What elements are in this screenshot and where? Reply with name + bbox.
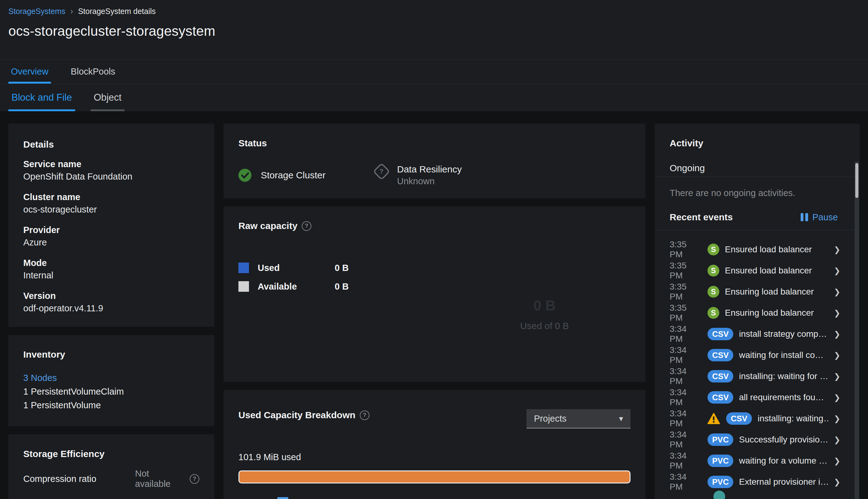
event-row[interactable]: 3:34 PM PVC waiting for a volume … ❯ bbox=[655, 450, 860, 471]
detail-label: Service name bbox=[23, 158, 199, 170]
event-source-badge: S bbox=[707, 286, 719, 298]
page-header: StorageSystems › StorageSystem details o… bbox=[0, 0, 868, 60]
efficiency-help-icon[interactable]: ? bbox=[190, 474, 199, 484]
chevron-right-icon[interactable]: ❯ bbox=[834, 351, 840, 360]
chevron-right-icon[interactable]: ❯ bbox=[834, 457, 840, 465]
breakdown-scope-dropdown[interactable]: Projects ▾ bbox=[527, 409, 630, 428]
event-row[interactable]: 3:34 PM PVC External provisioner i… ❯ bbox=[655, 471, 860, 492]
detail-value[interactable]: OpenShift Data Foundation bbox=[23, 170, 199, 183]
event-row[interactable]: 3:35 PM S Ensured load balancer ❯ bbox=[655, 260, 860, 281]
tab-block-and-file[interactable]: Block and File bbox=[8, 84, 75, 111]
legend-row-used: Used 0 B bbox=[238, 261, 630, 275]
chevron-right-icon[interactable]: ❯ bbox=[834, 266, 840, 275]
event-source-badge: PVC bbox=[707, 454, 733, 467]
event-time: 3:35 PM bbox=[670, 303, 702, 323]
inventory-item: 1 PersistentVolume bbox=[23, 398, 199, 412]
raw-capacity-help-icon[interactable]: ? bbox=[302, 221, 311, 231]
chevron-right-icon[interactable]: ❯ bbox=[834, 245, 840, 254]
efficiency-row: Compression ratio Not available ? bbox=[23, 468, 199, 489]
data-resiliency-value: Unknown bbox=[397, 175, 462, 187]
event-message: waiting for a volume … bbox=[739, 456, 828, 466]
details-card: Details Service name OpenShift Data Foun… bbox=[8, 124, 214, 327]
event-row[interactable]: 3:34 PM CSV installing: waiting… ❯ bbox=[655, 408, 860, 429]
event-row[interactable]: 3:34 PM CSV installing: waiting for … ❯ bbox=[655, 366, 860, 387]
event-row[interactable]: 3:34 PM CSV waiting for install co… ❯ bbox=[655, 344, 860, 366]
chevron-right-icon[interactable]: ❯ bbox=[834, 477, 840, 487]
detail-value: Azure bbox=[23, 236, 199, 248]
event-row[interactable]: 3:35 PM S Ensuring load balancer ❯ bbox=[655, 302, 860, 324]
secondary-tab-bar: Block and File Object bbox=[0, 84, 868, 111]
breakdown-help-icon[interactable]: ? bbox=[360, 411, 369, 420]
ongoing-empty-message: There are no ongoing activities. bbox=[655, 177, 860, 198]
storage-efficiency-card-title: Storage Efficiency bbox=[23, 449, 199, 459]
events-scrollbar-track[interactable] bbox=[855, 161, 859, 499]
used-capacity-breakdown-card: Used Capacity Breakdown ? Projects ▾ 101… bbox=[224, 390, 645, 499]
legend-row-available: Available 0 B bbox=[238, 280, 630, 293]
event-row[interactable]: 3:34 PM PVC Successfully provisio… ❯ bbox=[655, 429, 860, 450]
efficiency-label: Compression ratio bbox=[23, 474, 135, 484]
chevron-right-icon[interactable]: ❯ bbox=[834, 308, 840, 318]
event-row[interactable]: 3:35 PM S Ensuring load balancer ❯ bbox=[655, 281, 860, 302]
event-message: Ensuring load balancer bbox=[725, 308, 828, 318]
activity-card: Activity Ongoing There are no ongoing ac… bbox=[655, 124, 860, 499]
detail-field: Provider Azure bbox=[23, 224, 199, 248]
check-circle-icon bbox=[238, 169, 251, 182]
warning-icon bbox=[707, 413, 720, 424]
detail-field: Cluster name ocs-storagecluster bbox=[23, 191, 199, 216]
left-column: Details Service name OpenShift Data Foun… bbox=[8, 124, 214, 499]
data-resiliency-label: Data Resiliency bbox=[397, 163, 462, 175]
status-row: Storage Cluster ? Data Resiliency Unknow… bbox=[238, 163, 630, 187]
event-list: 3:35 PM S Ensured load balancer ❯ 3:35 P… bbox=[655, 230, 860, 492]
chevron-right-icon[interactable]: ❯ bbox=[834, 414, 840, 423]
donut-center-value: 0 B bbox=[533, 297, 556, 314]
event-time: 3:34 PM bbox=[670, 366, 702, 386]
breadcrumb-link-storagesystems[interactable]: StorageSystems bbox=[8, 7, 65, 16]
event-message: install strategy comp… bbox=[739, 329, 828, 339]
page-title: ocs-storagecluster-storagesystem bbox=[8, 23, 868, 39]
data-resiliency-text: Data Resiliency Unknown bbox=[397, 163, 462, 187]
chevron-right-icon[interactable]: ❯ bbox=[834, 330, 840, 339]
used-value: 0 B bbox=[335, 263, 630, 273]
tab-overview[interactable]: Overview bbox=[8, 60, 51, 84]
event-source-badge: CSV bbox=[707, 349, 733, 361]
events-scrollbar-thumb[interactable] bbox=[855, 163, 858, 198]
event-message: Ensured load balancer bbox=[725, 266, 828, 276]
event-row[interactable]: 3:34 PM CSV all requirements fou… ❯ bbox=[655, 387, 860, 408]
tab-blockpools[interactable]: BlockPools bbox=[68, 60, 118, 84]
chevron-right-icon[interactable]: ❯ bbox=[834, 393, 840, 402]
inventory-list: 3 Nodes 1 PersistentVolumeClaim 1 Persis… bbox=[23, 371, 199, 412]
event-source-badge: CSV bbox=[707, 328, 733, 340]
breakdown-used-label: 101.9 MiB used bbox=[238, 452, 630, 462]
detail-label: Version bbox=[23, 290, 199, 302]
event-time: 3:34 PM bbox=[670, 409, 702, 428]
detail-label: Mode bbox=[23, 257, 199, 269]
pause-events-button[interactable]: Pause bbox=[801, 212, 838, 222]
tab-object[interactable]: Object bbox=[91, 84, 125, 111]
event-message: waiting for install co… bbox=[739, 350, 828, 360]
event-message: Ensured load balancer bbox=[725, 244, 828, 255]
caret-down-icon: ▾ bbox=[619, 414, 623, 424]
raw-capacity-title-row: Raw capacity ? bbox=[238, 221, 630, 231]
event-row[interactable]: 3:35 PM S Ensured load balancer ❯ bbox=[655, 239, 860, 260]
inventory-item[interactable]: 3 Nodes bbox=[23, 371, 199, 385]
breadcrumb-current: StorageSystem details bbox=[78, 7, 155, 16]
detail-label: Provider bbox=[23, 224, 199, 236]
details-field-list: Service name OpenShift Data Foundation C… bbox=[23, 158, 199, 314]
chevron-right-icon[interactable]: ❯ bbox=[834, 288, 840, 296]
breadcrumb-separator-icon: › bbox=[70, 7, 73, 15]
detail-value: Internal bbox=[23, 269, 199, 281]
recent-events-title: Recent events bbox=[670, 212, 733, 222]
event-row[interactable]: 3:34 PM CSV install strategy comp… ❯ bbox=[655, 324, 860, 344]
middle-column: Status Storage Cluster ? Data Resiliency bbox=[224, 124, 645, 499]
breakdown-title-left: Used Capacity Breakdown ? bbox=[238, 410, 369, 421]
chevron-right-icon[interactable]: ❯ bbox=[834, 435, 840, 444]
efficiency-value: Not available bbox=[135, 468, 185, 489]
chevron-right-icon[interactable]: ❯ bbox=[834, 372, 840, 381]
detail-field: Service name OpenShift Data Foundation bbox=[23, 158, 199, 183]
unknown-status-icon: ? bbox=[373, 163, 391, 181]
available-label: Available bbox=[258, 281, 326, 292]
event-source-badge: S bbox=[707, 265, 719, 277]
event-message: Successfully provisio… bbox=[739, 435, 828, 445]
event-source-badge: S bbox=[707, 307, 719, 319]
storage-cluster-status: Storage Cluster bbox=[238, 169, 374, 182]
